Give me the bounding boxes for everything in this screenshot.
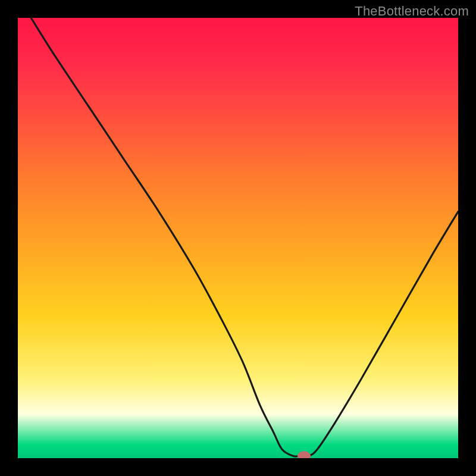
bottleneck-curve [31,18,458,456]
curve-svg [18,18,458,458]
chart-frame: TheBottleneck.com [0,0,476,476]
watermark-text: TheBottleneck.com [355,4,469,19]
ideal-point-marker [298,451,311,458]
plot-area [18,18,458,458]
